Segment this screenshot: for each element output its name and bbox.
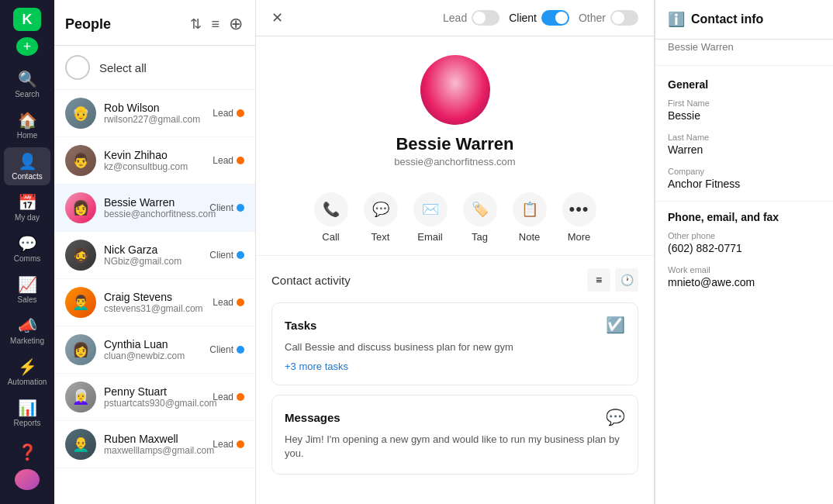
contact-badge: Lead — [213, 108, 244, 119]
contact-email: cstevens31@gmail.com — [104, 303, 205, 314]
sales-icon: 📈 — [18, 275, 37, 294]
sidebar-item-myday[interactable]: 📅 My day — [4, 188, 50, 226]
badge-label: Lead — [213, 108, 233, 119]
contact-row[interactable]: 👨‍🦲 Ruben Maxwell maxwelllamps@gmail.com… — [54, 421, 255, 468]
contact-info: Craig Stevens cstevens31@gmail.com — [104, 291, 205, 314]
contact-row[interactable]: 🧔 Nick Garza NGbiz@gmail.com Client — [54, 232, 255, 279]
sidebar-item-label: Home — [17, 131, 38, 140]
note-icon: 📋 — [513, 192, 547, 226]
toggle-client-label: Client — [509, 12, 537, 24]
toggle-client-switch[interactable] — [541, 10, 569, 26]
help-icon: ❓ — [18, 443, 37, 461]
toggle-client[interactable]: Client — [509, 10, 569, 26]
contact-badge: Client — [209, 344, 244, 355]
toggle-other-label: Other — [579, 12, 606, 24]
contact-badge: Client — [209, 202, 244, 213]
add-contact-icon[interactable]: ⊕ — [227, 12, 244, 36]
first-name-label: First Name — [668, 98, 821, 108]
contact-row[interactable]: 👩 Bessie Warren bessie@anchorfitness.com… — [54, 185, 255, 232]
contact-avatar: 👨‍🦲 — [65, 429, 96, 460]
text-label: Text — [372, 231, 390, 243]
avatar[interactable] — [15, 469, 40, 490]
badge-label: Client — [209, 250, 233, 261]
toggle-other-switch[interactable] — [610, 10, 638, 26]
contact-email: rwilson227@gmail.com — [104, 114, 205, 125]
last-name-field: Last Name Warren — [655, 129, 833, 164]
contact-row[interactable]: 👩 Cynthia Luan cluan@newbiz.com Client — [54, 326, 255, 374]
sidebar-item-marketing[interactable]: 📣 Marketing — [4, 312, 50, 350]
filter-icon[interactable]: ≡ — [209, 15, 221, 34]
contact-row[interactable]: 👩‍🦳 Penny Stuart pstuartcats930@gmail.co… — [54, 374, 255, 421]
sidebar-item-home[interactable]: 🏠 Home — [4, 106, 50, 144]
phone-field: Other phone (602) 882-0771 — [655, 228, 833, 262]
contact-row[interactable]: 👨 Kevin Zhihao kz@consultbug.com Lead — [54, 137, 255, 185]
sidebar-item-search[interactable]: 🔍 Search — [4, 65, 50, 103]
tag-button[interactable]: 🏷️ Tag — [463, 192, 497, 243]
toggle-lead-switch[interactable] — [472, 10, 499, 26]
contacts-list: Select all 👴 Rob Wilson rwilson227@gmail… — [54, 46, 255, 504]
sidebar-item-label: Reports — [13, 419, 40, 427]
activity-title: Contact activity — [271, 274, 351, 287]
people-header: People ⇅ ≡ ⊕ — [54, 0, 255, 46]
profile-avatar — [420, 55, 490, 125]
email-button[interactable]: ✉️ Email — [413, 192, 448, 243]
avatar-face: 👨 — [65, 145, 96, 176]
badge-dot — [237, 299, 244, 306]
select-all-checkbox[interactable] — [65, 55, 90, 80]
contact-badge: Lead — [213, 155, 244, 166]
email-label: Email — [417, 231, 443, 243]
toggle-lead[interactable]: Lead — [443, 10, 499, 26]
tasks-card-header: Tasks ☑️ — [285, 316, 625, 334]
help-button[interactable]: ❓ — [4, 438, 50, 466]
contact-row[interactable]: 👴 Rob Wilson rwilson227@gmail.com Lead — [54, 90, 255, 137]
sidebar-item-sales[interactable]: 📈 Sales — [4, 271, 50, 309]
clock-view-button[interactable]: 🕐 — [615, 268, 638, 292]
avatar-face: 👩 — [65, 334, 96, 365]
contact-info: Penny Stuart pstuartcats930@gmail.com — [104, 385, 205, 409]
page-title: People — [65, 16, 182, 33]
contact-email: NGbiz@gmail.com — [104, 256, 202, 267]
sidebar-item-reports[interactable]: 📊 Reports — [4, 394, 50, 432]
contact-info: Nick Garza NGbiz@gmail.com — [104, 243, 202, 267]
contact-avatar: 👩‍🦳 — [65, 381, 96, 413]
note-button[interactable]: 📋 Note — [513, 192, 547, 243]
call-button[interactable]: 📞 Call — [314, 192, 348, 243]
badge-label: Client — [209, 202, 233, 213]
messages-icon: 💬 — [606, 408, 625, 426]
close-button[interactable]: ✕ — [271, 9, 283, 26]
work-email-value: mnieto@awe.com — [668, 276, 821, 288]
sidebar-item-comms[interactable]: 💬 Comms — [4, 230, 50, 268]
work-email-field: Work email mnieto@awe.com — [655, 262, 833, 296]
list-view-button[interactable]: ≡ — [587, 268, 610, 292]
last-name-value: Warren — [668, 143, 821, 156]
marketing-icon: 📣 — [18, 316, 37, 335]
contact-name: Bessie Warren — [104, 196, 202, 209]
sidebar-item-automation[interactable]: ⚡ Automation — [4, 353, 50, 391]
right-panel-subtitle: Bessie Warren — [655, 40, 833, 62]
badge-dot — [237, 393, 244, 401]
company-label: Company — [668, 167, 821, 176]
profile-email: bessie@anchorfitness.com — [394, 156, 515, 167]
activity-header: Contact activity ≡ 🕐 — [271, 268, 638, 292]
toggle-other[interactable]: Other — [579, 10, 638, 26]
badge-label: Lead — [213, 155, 233, 166]
badge-label: Lead — [213, 439, 233, 450]
contact-avatar: 👨‍🦱 — [65, 287, 96, 318]
select-all-row[interactable]: Select all — [54, 46, 255, 90]
sort-icon[interactable]: ⇅ — [188, 14, 203, 34]
sidebar-item-contacts[interactable]: 👤 Contacts — [4, 147, 50, 185]
call-icon: 📞 — [314, 192, 348, 226]
contact-row[interactable]: 👨‍🦱 Craig Stevens cstevens31@gmail.com L… — [54, 279, 255, 326]
more-button[interactable]: ••• More — [562, 192, 596, 243]
people-panel: People ⇅ ≡ ⊕ Select all 👴 Rob Wilson rwi… — [54, 0, 256, 504]
tasks-title: Tasks — [285, 319, 316, 332]
sidebar-item-label: Comms — [14, 254, 40, 263]
avatar-face: 👨‍🦲 — [65, 429, 96, 460]
search-icon: 🔍 — [18, 70, 37, 88]
text-button[interactable]: 💬 Text — [364, 192, 398, 243]
tasks-more[interactable]: +3 more tasks — [285, 361, 625, 372]
automation-icon: ⚡ — [18, 357, 37, 376]
sidebar-item-label: Marketing — [10, 337, 44, 345]
add-button[interactable]: + — [16, 37, 38, 56]
profile-section: Bessie Warren bessie@anchorfitness.com — [256, 36, 654, 180]
